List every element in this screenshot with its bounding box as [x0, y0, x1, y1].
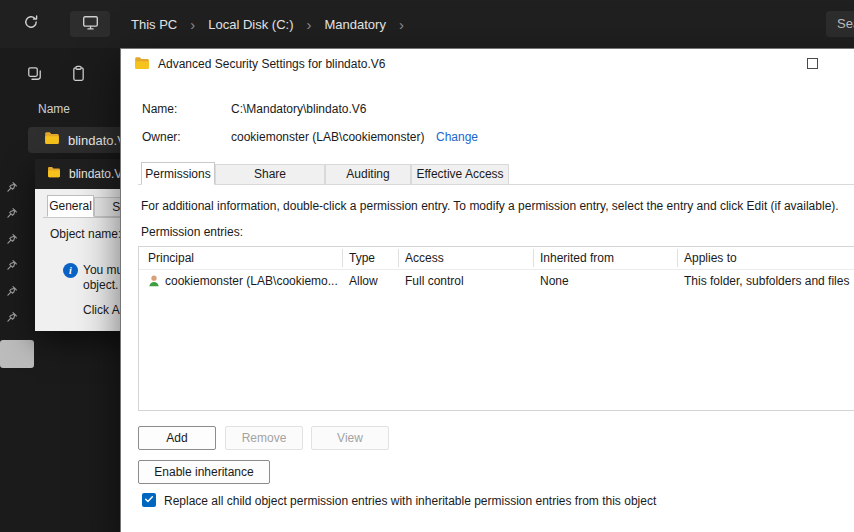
- cell-applies-to: This folder, subfolders and files: [684, 274, 849, 288]
- refresh-icon: [23, 14, 39, 34]
- nav-pane-selected-item[interactable]: [0, 340, 34, 368]
- replace-permissions-checkbox-label[interactable]: Replace all child object permission entr…: [164, 494, 656, 508]
- add-button[interactable]: Add: [138, 426, 216, 450]
- user-icon: [147, 274, 161, 291]
- table-row[interactable]: cookiemonster (LAB\cookiemo... Allow Ful…: [139, 270, 854, 292]
- maximize-button[interactable]: [807, 58, 818, 69]
- tab-share[interactable]: Share: [215, 164, 325, 184]
- owner-label: Owner:: [142, 130, 181, 144]
- change-owner-link[interactable]: Change: [436, 130, 478, 144]
- screen: This PC › Local Disk (C:) › Mandatory › …: [0, 0, 854, 532]
- column-header-type[interactable]: Type: [349, 251, 375, 265]
- permission-entries-table: Principal Type Access Inherited from App…: [138, 246, 854, 411]
- folder-icon: [134, 55, 150, 74]
- tab-general[interactable]: General: [47, 195, 94, 217]
- info-icon: i: [63, 263, 78, 278]
- column-divider: [533, 249, 534, 267]
- chevron-right-icon[interactable]: ›: [300, 17, 317, 32]
- column-header-name[interactable]: Name: [38, 102, 70, 116]
- name-value: C:\Mandatory\blindato.V6: [231, 102, 366, 116]
- breadcrumb-item-this-pc[interactable]: This PC: [124, 13, 184, 36]
- column-header-applies-to[interactable]: Applies to: [684, 251, 737, 265]
- column-header-inherited-from[interactable]: Inherited from: [540, 251, 614, 265]
- tab-permissions[interactable]: Permissions: [141, 162, 215, 185]
- cell-principal: cookiemonster (LAB\cookiemo...: [165, 274, 341, 288]
- advanced-security-settings-dialog: Advanced Security Settings for blindato.…: [120, 48, 854, 532]
- explorer-titlebar: This PC › Local Disk (C:) › Mandatory › …: [0, 0, 854, 48]
- tab-effective-access[interactable]: Effective Access: [411, 164, 509, 184]
- column-divider: [342, 249, 343, 267]
- tab-auditing[interactable]: Auditing: [325, 164, 411, 184]
- folder-icon: [44, 130, 60, 150]
- column-header-principal[interactable]: Principal: [148, 251, 194, 265]
- cell-access: Full control: [405, 274, 464, 288]
- name-label: Name:: [142, 102, 177, 116]
- column-header-access[interactable]: Access: [405, 251, 444, 265]
- breadcrumb: This PC › Local Disk (C:) › Mandatory ›: [124, 0, 410, 48]
- chevron-right-icon[interactable]: ›: [393, 17, 410, 32]
- pin-icon: [5, 258, 19, 272]
- pin-icon: [5, 180, 19, 194]
- search-input[interactable]: Sea: [826, 11, 854, 37]
- view-button: View: [311, 426, 389, 450]
- owner-value: cookiemonster (LAB\cookiemonster): [231, 130, 424, 144]
- replace-permissions-checkbox[interactable]: [142, 493, 156, 507]
- column-divider: [398, 249, 399, 267]
- paste-icon: [70, 65, 87, 86]
- remove-button: Remove: [225, 426, 303, 450]
- breadcrumb-item-local-disk[interactable]: Local Disk (C:): [201, 13, 300, 36]
- properties-dialog-title: blindato.V: [69, 167, 122, 181]
- folder-icon: [47, 165, 61, 183]
- object-name-label: Object name:: [50, 227, 121, 241]
- pin-icon: [5, 284, 19, 298]
- cell-type: Allow: [349, 274, 378, 288]
- column-divider: [677, 249, 678, 267]
- instruction-text: For additional information, double-click…: [141, 199, 854, 213]
- breadcrumb-item-mandatory[interactable]: Mandatory: [317, 13, 392, 36]
- dialog-title: Advanced Security Settings for blindato.…: [158, 57, 385, 71]
- address-location-button[interactable]: [70, 11, 110, 37]
- refresh-button[interactable]: [20, 13, 42, 35]
- pin-icon: [5, 232, 19, 246]
- search-text: Sea: [837, 16, 854, 31]
- info-text-line2: object.: [83, 278, 118, 292]
- pin-icon: [5, 310, 19, 324]
- chevron-right-icon[interactable]: ›: [184, 17, 201, 32]
- tab-strip: Permissions Share Auditing Effective Acc…: [138, 161, 854, 185]
- copy-icon: [26, 65, 43, 86]
- cell-inherited-from: None: [540, 274, 569, 288]
- copy-button[interactable]: [20, 61, 48, 89]
- permission-entries-label: Permission entries:: [141, 225, 243, 239]
- dialog-titlebar[interactable]: Advanced Security Settings for blindato.…: [121, 49, 854, 79]
- enable-inheritance-button[interactable]: Enable inheritance: [138, 460, 270, 484]
- pin-icon: [5, 206, 19, 220]
- paste-button[interactable]: [64, 61, 92, 89]
- monitor-icon: [82, 14, 99, 35]
- checkmark-icon: [144, 493, 154, 507]
